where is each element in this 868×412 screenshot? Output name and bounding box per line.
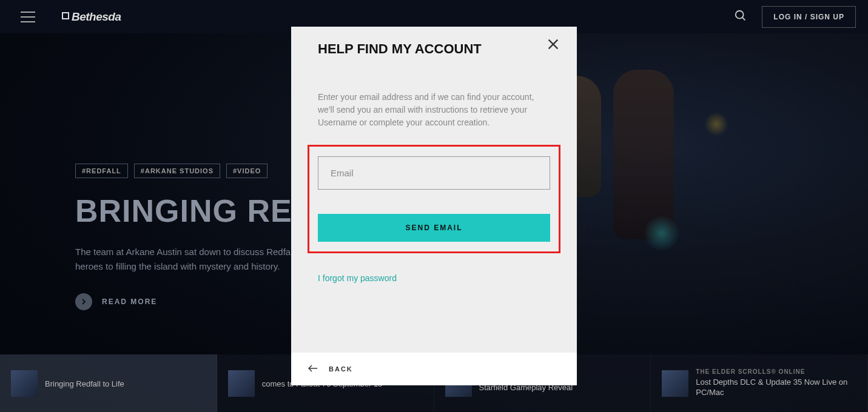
send-email-button[interactable]: SEND EMAIL [318,214,550,242]
email-field[interactable] [318,156,550,190]
modal-footer: BACK [291,353,577,385]
find-account-modal: HELP FIND MY ACCOUNT Enter your email ad… [291,27,577,385]
back-button[interactable]: BACK [329,365,353,373]
highlighted-form-area: SEND EMAIL [308,145,560,253]
modal-description: Enter your email address and if we can f… [318,91,550,129]
modal-title: HELP FIND MY ACCOUNT [318,41,550,57]
close-icon[interactable] [547,38,560,53]
modal-overlay: HELP FIND MY ACCOUNT Enter your email ad… [0,0,868,412]
forgot-password-link[interactable]: I forgot my password [318,273,397,283]
arrow-left-icon[interactable] [308,364,318,374]
